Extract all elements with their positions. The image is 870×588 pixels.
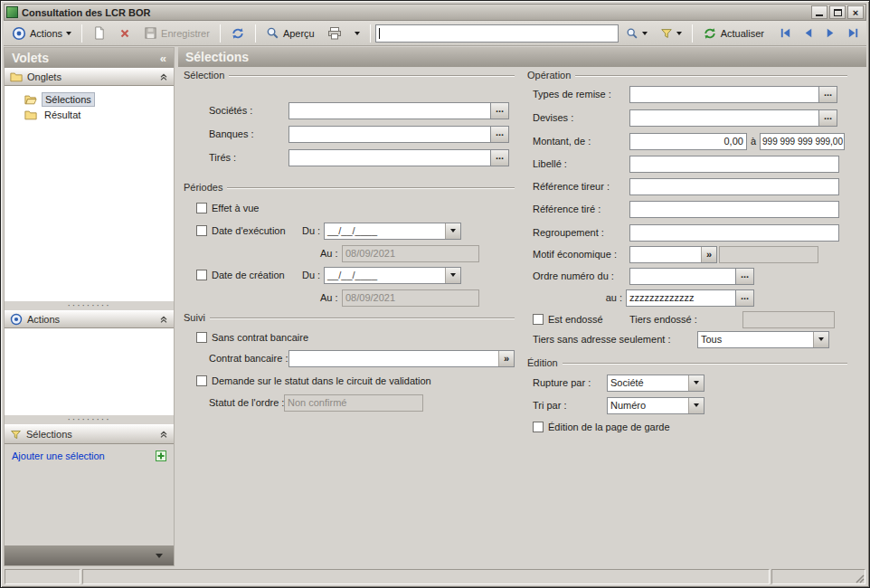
previous-record-button[interactable] xyxy=(798,23,818,44)
tree-item-resultat[interactable]: Résultat xyxy=(15,107,174,122)
sidebar-splitter[interactable]: ········· xyxy=(5,415,174,424)
maximize-button[interactable] xyxy=(829,5,846,19)
ordre-du-input[interactable] xyxy=(629,268,736,285)
sidebar-section-actions[interactable]: Actions xyxy=(5,310,174,328)
devises-row: Devises : ... xyxy=(533,109,837,127)
date-creation-du-combo[interactable]: __/__/____ xyxy=(324,267,461,284)
next-record-button[interactable] xyxy=(820,23,841,44)
chevron-down-icon[interactable] xyxy=(688,398,704,413)
double-chevron-icon[interactable]: » xyxy=(498,351,514,366)
motif-combo[interactable]: » xyxy=(629,246,717,263)
tiers-endosse-label: Tiers endossé : xyxy=(629,314,742,325)
actions-menu-button[interactable]: Actions xyxy=(6,23,77,44)
chevron-down-icon[interactable] xyxy=(445,268,460,283)
montant-a-input[interactable]: 999 999 999 999,00 xyxy=(760,133,845,150)
print-options-button[interactable] xyxy=(349,23,365,44)
first-record-button[interactable] xyxy=(775,23,796,44)
ref-tireur-label: Référence tireur : xyxy=(533,181,629,192)
sidebar-header: Volets « xyxy=(5,48,174,68)
tiers-endosse-input xyxy=(742,311,835,328)
banques-input[interactable] xyxy=(288,126,491,143)
tiers-sans-adresse-select[interactable]: Tous xyxy=(697,331,829,348)
ref-tire-input[interactable] xyxy=(629,201,839,218)
effet-a-vue-label: Effet à vue xyxy=(212,203,259,213)
sidebar-section-onglets[interactable]: Onglets xyxy=(5,68,174,86)
minimize-button[interactable] xyxy=(811,5,827,19)
last-record-button[interactable] xyxy=(843,23,864,44)
date-execution-checkbox[interactable] xyxy=(196,225,207,236)
societes-browse-button[interactable]: ... xyxy=(491,102,509,119)
new-button[interactable] xyxy=(87,23,111,44)
page-garde-row: Édition de la page de garde xyxy=(533,418,670,436)
contrat-bancaire-combo[interactable]: » xyxy=(288,350,515,367)
plus-icon[interactable] xyxy=(156,450,166,461)
status-panel xyxy=(82,569,770,584)
preview-button[interactable]: Aperçu xyxy=(260,23,320,44)
double-chevron-icon[interactable]: » xyxy=(701,247,716,262)
regroupement-input[interactable] xyxy=(629,224,839,242)
types-remise-input[interactable] xyxy=(629,86,819,103)
types-remise-row: Types de remise : ... xyxy=(533,85,837,103)
societes-input[interactable] xyxy=(288,102,491,119)
devises-browse-button[interactable]: ... xyxy=(819,109,837,127)
ref-tireur-input[interactable] xyxy=(629,178,839,195)
libelle-input[interactable] xyxy=(629,156,839,173)
est-endosse-checkbox[interactable] xyxy=(533,314,544,325)
banques-browse-button[interactable]: ... xyxy=(491,126,509,143)
toolbar-separator xyxy=(255,24,256,43)
chevron-down-icon[interactable] xyxy=(445,223,460,239)
print-button[interactable] xyxy=(322,23,347,44)
ordre-au-browse-button[interactable]: ... xyxy=(736,289,754,307)
titlebar[interactable]: Consultation des LCR BOR × xyxy=(4,4,866,21)
page-garde-checkbox[interactable] xyxy=(533,422,544,432)
status-bar xyxy=(4,566,866,584)
sidebar-bottom-bar[interactable] xyxy=(5,545,174,565)
types-remise-browse-button[interactable]: ... xyxy=(819,86,837,103)
onglets-tree: Sélections Résultat xyxy=(5,86,174,301)
collapse-sidebar-button[interactable]: « xyxy=(160,52,166,65)
tires-input[interactable] xyxy=(288,149,491,166)
contrat-bancaire-row: Contrat bancaire : » xyxy=(209,349,515,367)
devises-input[interactable] xyxy=(629,109,819,127)
date-execution-au-input: 08/09/2021 xyxy=(342,245,479,262)
ordre-au-input[interactable]: zzzzzzzzzzzzz xyxy=(626,289,736,307)
date-creation-checkbox[interactable] xyxy=(196,270,207,280)
sans-contrat-row: Sans contrat bancaire xyxy=(196,328,308,346)
tri-select[interactable]: Numéro xyxy=(607,397,705,414)
ordre-au-row: au : zzzzzzzzzzzzz ... xyxy=(533,289,754,307)
app-window: Consultation des LCR BOR × Actions Enreg… xyxy=(0,0,870,588)
effet-a-vue-checkbox[interactable] xyxy=(196,203,207,213)
devises-label: Devises : xyxy=(533,112,629,123)
close-button[interactable]: × xyxy=(847,5,864,19)
delete-button[interactable] xyxy=(113,23,137,44)
rupture-select[interactable]: Société xyxy=(607,375,705,392)
chevron-down-icon xyxy=(355,32,360,35)
printer-icon xyxy=(327,26,342,41)
tires-browse-button[interactable]: ... xyxy=(491,149,509,166)
sidebar-section-selections[interactable]: Sélections xyxy=(5,424,174,444)
regroupement-row: Regroupement : xyxy=(533,223,839,242)
sidebar-splitter[interactable]: ········· xyxy=(5,301,174,310)
refresh-button[interactable]: Actualiser xyxy=(697,23,770,44)
date-execution-du-combo[interactable]: __/__/____ xyxy=(324,223,461,240)
demande-statut-checkbox[interactable] xyxy=(196,375,207,386)
tree-item-selections[interactable]: Sélections xyxy=(15,91,174,107)
ref-tire-row: Référence tiré : xyxy=(533,200,839,218)
chevron-down-icon xyxy=(642,32,648,35)
ordre-du-browse-button[interactable]: ... xyxy=(736,268,754,285)
chevron-down-icon[interactable] xyxy=(688,375,704,391)
search-input[interactable] xyxy=(375,24,619,43)
chevron-down-icon[interactable] xyxy=(813,332,828,347)
save-button[interactable]: Enregistrer xyxy=(138,23,215,44)
resize-grip[interactable] xyxy=(854,573,865,583)
search-button[interactable] xyxy=(620,23,653,44)
sans-contrat-checkbox[interactable] xyxy=(196,332,207,343)
filter-button[interactable] xyxy=(655,23,687,44)
page-garde-label: Édition de la page de garde xyxy=(548,422,670,432)
reload-button[interactable] xyxy=(225,23,251,44)
demande-statut-label: Demande sur le statut dans le circuit de… xyxy=(212,375,431,386)
search-icon xyxy=(626,27,638,40)
add-selection-link[interactable]: Ajouter une sélection xyxy=(12,450,105,461)
montant-de-input[interactable]: 0,00 xyxy=(629,133,747,150)
add-selection-row: Ajouter une sélection xyxy=(5,444,174,468)
